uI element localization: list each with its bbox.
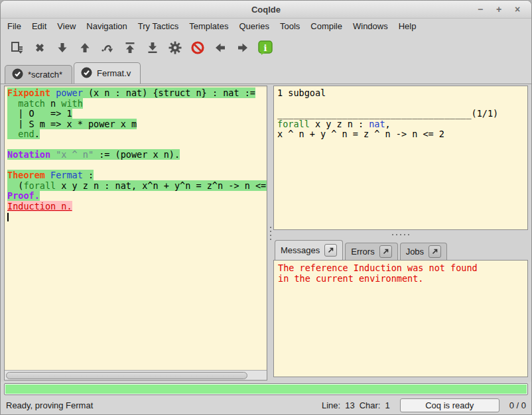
editor-line: [7, 211, 267, 222]
editor-line: Theorem Fermat :: [7, 170, 267, 181]
menu-try-tactics[interactable]: Try Tactics: [133, 20, 184, 32]
messages-pane[interactable]: The reference Induction was not foundin …: [273, 260, 528, 377]
title-bar[interactable]: CoqIde − + ×: [1, 1, 531, 19]
popout-arrow-icon: [382, 248, 389, 255]
editor-line: [7, 140, 267, 150]
menu-queries[interactable]: Queries: [233, 20, 275, 32]
go-to-cursor-icon[interactable]: [96, 38, 119, 58]
editor-line: Fixpoint power (x n : nat) {struct n} : …: [7, 88, 267, 99]
coqide-window: CoqIde − + × FileEditViewNavigationTry T…: [0, 0, 532, 415]
tab-saved-check-icon: [81, 67, 92, 80]
maximize-button[interactable]: +: [493, 4, 505, 15]
tab-errors[interactable]: Errors: [345, 243, 397, 260]
editor-line: Proof.: [7, 191, 267, 202]
window-title: CoqIde: [1, 5, 531, 15]
right-column: 1 subgoal_______________________________…: [273, 86, 528, 381]
menu-edit[interactable]: Edit: [27, 20, 52, 32]
coq-status-indicator: Coq is ready: [400, 398, 499, 412]
goal-line: forall x y z n : nat,: [277, 119, 527, 130]
msg-tab-label: Errors: [351, 247, 374, 257]
popout-button[interactable]: [324, 244, 337, 257]
interrupt-icon[interactable]: [186, 38, 209, 58]
progress-fill: [5, 385, 527, 394]
msg-tab-label: Messages: [281, 245, 320, 255]
progress-area: [1, 382, 531, 396]
save-as-icon[interactable]: [6, 38, 29, 58]
script-editor[interactable]: Fixpoint power (x n : nat) {struct n} : …: [5, 86, 267, 370]
backward-one-command-icon[interactable]: [74, 38, 96, 58]
goal-counter: 0 / 0: [509, 400, 526, 410]
goal-line: [277, 99, 527, 109]
editor-line: match n with: [7, 99, 267, 109]
status-right: Line: 13 Char: 1 Coq is ready 0 / 0: [322, 398, 526, 412]
goal-line: 1 subgoal: [277, 88, 527, 99]
toolbar: i: [1, 34, 531, 62]
menu-view[interactable]: View: [52, 20, 81, 32]
menu-tools[interactable]: Tools: [275, 20, 305, 32]
message-line: in the current environment.: [278, 274, 527, 284]
vertical-pane-splitter[interactable]: [267, 86, 273, 381]
message-tab-bar: Messages Errors Jobs: [273, 239, 528, 260]
goal-line: ____________________________________(1/1…: [277, 109, 527, 119]
menu-windows[interactable]: Windows: [348, 20, 393, 32]
menu-help[interactable]: Help: [393, 20, 422, 32]
menu-compile[interactable]: Compile: [305, 20, 348, 32]
fully-check-icon[interactable]: [164, 38, 186, 58]
tab-label: *scratch*: [28, 70, 62, 80]
goal-pane[interactable]: 1 subgoal_______________________________…: [273, 86, 528, 230]
tab-fermat[interactable]: Fermat.v: [74, 62, 141, 84]
message-line: The reference Induction was not found: [278, 263, 527, 274]
goal-line: x ^ n + y ^ n = z ^ n -> n <= 2: [277, 129, 527, 140]
main-area: Fixpoint power (x n : nat) {struct n} : …: [1, 84, 531, 382]
svg-text:i: i: [264, 43, 267, 53]
minimize-button[interactable]: −: [474, 4, 486, 15]
status-bar: Ready, proving Fermat Line: 13 Char: 1 C…: [1, 396, 531, 414]
status-message: Ready, proving Fermat: [6, 400, 322, 410]
popout-arrow-icon: [431, 248, 438, 255]
go-to-end-icon[interactable]: [141, 38, 164, 58]
next-occurrence-icon[interactable]: [232, 38, 254, 58]
editor-line: end.: [7, 129, 267, 140]
editor-tab-bar: *scratch* Fermat.v: [1, 62, 531, 84]
menu-navigation[interactable]: Navigation: [81, 20, 132, 32]
editor-line: Induction n.: [7, 202, 267, 212]
menu-templates[interactable]: Templates: [184, 20, 233, 32]
horizontal-pane-splitter[interactable]: [273, 230, 528, 239]
about-icon[interactable]: i: [254, 38, 277, 58]
scrollbar-thumb[interactable]: [6, 372, 247, 379]
line-value: 13: [345, 400, 354, 410]
tab-label: Fermat.v: [97, 68, 131, 78]
script-editor-pane: Fixpoint power (x n : nat) {struct n} : …: [4, 86, 267, 381]
coq-status-text: Coq is ready: [425, 400, 474, 410]
editor-line: [7, 160, 267, 171]
editor-line: Notation "x ^ n" := (power x n).: [7, 150, 267, 160]
char-label: Char:: [360, 400, 381, 410]
close-buffer-icon[interactable]: [29, 38, 51, 58]
forward-one-command-icon[interactable]: [51, 38, 74, 58]
editor-line: (forall x y z n : nat, x^n + y^n = z^n -…: [7, 181, 267, 192]
line-label: Line:: [322, 400, 340, 410]
menu-bar: FileEditViewNavigationTry TacticsTemplat…: [1, 19, 531, 34]
popout-button[interactable]: [429, 245, 441, 258]
popout-arrow-icon: [327, 247, 334, 254]
tab-scratch[interactable]: *scratch*: [5, 65, 72, 84]
popout-button[interactable]: [379, 245, 392, 258]
editor-line: | O => 1: [7, 109, 267, 119]
restart-to-start-icon[interactable]: [119, 38, 141, 58]
window-controls: − + ×: [474, 4, 531, 15]
tab-messages[interactable]: Messages: [275, 240, 343, 260]
text-cursor: [7, 213, 9, 221]
menu-file[interactable]: File: [2, 20, 27, 32]
previous-occurrence-icon[interactable]: [209, 38, 232, 58]
progress-bar: [4, 383, 528, 395]
close-button[interactable]: ×: [511, 4, 523, 15]
editor-line: | S m => x * power x m: [7, 119, 267, 130]
msg-tab-label: Jobs: [406, 247, 424, 257]
char-value: 1: [385, 400, 389, 410]
horizontal-scrollbar[interactable]: [5, 370, 267, 380]
tab-saved-check-icon: [12, 68, 23, 82]
tab-jobs[interactable]: Jobs: [400, 243, 447, 260]
